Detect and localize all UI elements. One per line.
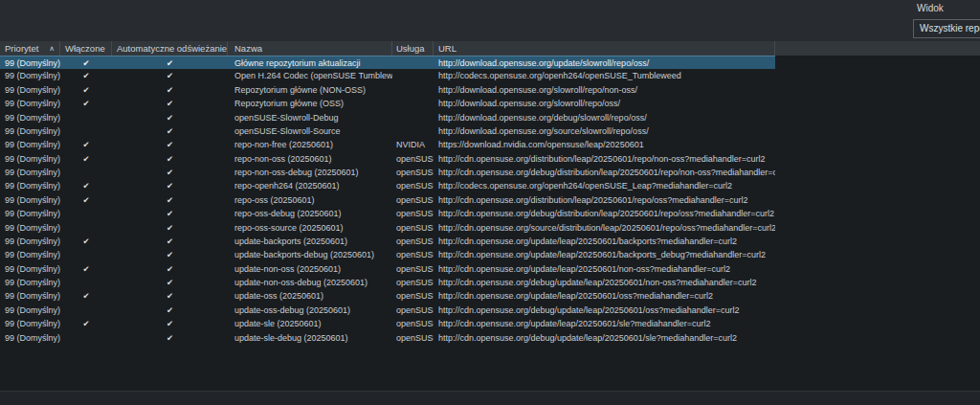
autorefresh-check-cell[interactable]: ✔ <box>112 83 228 97</box>
priority-cell: 99 (Domyślny) <box>0 138 60 151</box>
autorefresh-check-cell[interactable]: ✔ <box>112 166 228 179</box>
table-row[interactable]: 99 (Domyślny) ✔ repo-oss-source (2025060… <box>0 221 775 235</box>
priority-cell: 99 (Domyślny) <box>0 97 60 110</box>
enabled-check-cell[interactable] <box>60 124 112 138</box>
enabled-check-cell[interactable] <box>60 111 112 124</box>
service-cell <box>392 69 434 82</box>
enabled-check-cell[interactable]: ✔ <box>60 317 112 330</box>
table-row[interactable]: 99 (Domyślny) ✔ update-backports-debug (… <box>0 248 775 261</box>
autorefresh-check-cell[interactable]: ✔ <box>112 262 228 276</box>
column-header-service[interactable]: Usługa <box>392 41 434 56</box>
name-cell: repo-oss (20250601) <box>228 193 392 207</box>
service-cell <box>392 83 434 97</box>
enabled-check-cell[interactable] <box>60 166 112 179</box>
column-header-enabled[interactable]: Włączone <box>60 41 112 56</box>
service-cell: openSUSE <box>392 193 434 207</box>
autorefresh-check-cell[interactable]: ✔ <box>112 124 228 138</box>
autorefresh-check-cell[interactable]: ✔ <box>112 138 228 151</box>
autorefresh-check-cell[interactable]: ✔ <box>112 97 228 110</box>
table-row[interactable]: 99 (Domyślny) ✔ ✔ repo-non-oss (20250601… <box>0 152 775 166</box>
priority-cell: 99 (Domyślny) <box>0 56 60 69</box>
enabled-check-cell[interactable]: ✔ <box>60 69 112 82</box>
enabled-check-cell[interactable]: ✔ <box>60 83 112 97</box>
autorefresh-check-cell[interactable]: ✔ <box>112 69 228 82</box>
autorefresh-check-cell[interactable]: ✔ <box>112 179 228 192</box>
autorefresh-check-cell[interactable]: ✔ <box>112 317 228 330</box>
table-row[interactable]: 99 (Domyślny) ✔ openSUSE-Slowroll-Source… <box>0 124 775 138</box>
enabled-check-cell[interactable] <box>60 221 112 235</box>
table-row[interactable]: 99 (Domyślny) ✔ repo-non-oss-debug (2025… <box>0 166 775 179</box>
column-header-url[interactable]: URL <box>434 41 775 56</box>
url-cell: http://download.opensuse.org/slowroll/re… <box>434 83 775 97</box>
enabled-check-cell[interactable]: ✔ <box>60 262 112 276</box>
enabled-check-cell[interactable] <box>60 207 112 220</box>
table-row[interactable]: 99 (Domyślny) ✔ update-oss-debug (202506… <box>0 304 775 317</box>
autorefresh-check-cell[interactable]: ✔ <box>112 221 228 235</box>
table-row[interactable]: 99 (Domyślny) ✔ ✔ Główne repozytorium ak… <box>0 56 775 69</box>
priority-cell: 99 (Domyślny) <box>0 248 60 261</box>
enabled-check-cell[interactable]: ✔ <box>60 179 112 192</box>
url-cell: https://download.nvidia.com/opensuse/lea… <box>434 138 775 151</box>
priority-cell: 99 (Domyślny) <box>0 83 60 97</box>
url-cell: http://cdn.opensuse.org/distribution/lea… <box>434 152 775 166</box>
column-header-autorefresh[interactable]: Automatyczne odświeżanie <box>112 41 228 56</box>
enabled-check-cell[interactable] <box>60 304 112 317</box>
autorefresh-check-cell[interactable]: ✔ <box>112 193 228 207</box>
autorefresh-check-cell[interactable]: ✔ <box>112 111 228 124</box>
priority-cell: 99 (Domyślny) <box>0 179 60 192</box>
enabled-check-cell[interactable] <box>60 331 112 345</box>
table-row[interactable]: 99 (Domyślny) ✔ repo-oss-debug (20250601… <box>0 207 775 220</box>
table-row[interactable]: 99 (Domyślny) ✔ ✔ update-backports (2025… <box>0 235 775 248</box>
service-cell: openSUSE <box>392 289 434 303</box>
priority-cell: 99 (Domyślny) <box>0 317 60 330</box>
autorefresh-check-cell[interactable]: ✔ <box>112 56 228 69</box>
column-header-priority-label: Priorytet <box>5 43 38 54</box>
url-cell: http://cdn.opensuse.org/debug/distributi… <box>434 166 775 179</box>
enabled-check-cell[interactable]: ✔ <box>60 97 112 110</box>
url-cell: http://download.opensuse.org/source/slow… <box>434 124 775 138</box>
enabled-check-cell[interactable]: ✔ <box>60 138 112 151</box>
url-cell: http://cdn.opensuse.org/distribution/lea… <box>434 193 775 207</box>
enabled-check-cell[interactable] <box>60 276 112 289</box>
enabled-check-cell[interactable]: ✔ <box>60 56 112 69</box>
enabled-check-cell[interactable]: ✔ <box>60 235 112 248</box>
view-label: Widok <box>917 3 944 13</box>
autorefresh-check-cell[interactable]: ✔ <box>112 289 228 303</box>
table-row[interactable]: 99 (Domyślny) ✔ ✔ update-oss (20250601) … <box>0 289 775 303</box>
table-row[interactable]: 99 (Domyślny) ✔ ✔ Repozytorium główne (O… <box>0 97 775 110</box>
autorefresh-check-cell[interactable]: ✔ <box>112 248 228 261</box>
table-row[interactable]: 99 (Domyślny) ✔ ✔ Repozytorium główne (N… <box>0 83 775 97</box>
autorefresh-check-cell[interactable]: ✔ <box>112 304 228 317</box>
column-header-name[interactable]: Nazwa <box>228 41 392 56</box>
url-cell: http://cdn.opensuse.org/update/leap/2025… <box>434 248 775 261</box>
table-row[interactable]: 99 (Domyślny) ✔ openSUSE-Slowroll-Debug … <box>0 111 775 124</box>
enabled-check-cell[interactable]: ✔ <box>60 193 112 207</box>
table-row[interactable]: 99 (Domyślny) ✔ ✔ repo-oss (20250601) op… <box>0 193 775 207</box>
autorefresh-check-cell[interactable]: ✔ <box>112 235 228 248</box>
table-row[interactable]: 99 (Domyślny) ✔ ✔ repo-openh264 (2025060… <box>0 179 775 192</box>
enabled-check-cell[interactable]: ✔ <box>60 289 112 303</box>
table-row[interactable]: 99 (Domyślny) ✔ ✔ Open H.264 Codec (open… <box>0 69 775 82</box>
column-header-priority[interactable]: Priorytet ∧ <box>0 41 60 56</box>
priority-cell: 99 (Domyślny) <box>0 262 60 276</box>
autorefresh-check-cell[interactable]: ✔ <box>112 331 228 345</box>
table-row[interactable]: 99 (Domyślny) ✔ ✔ repo-non-free (2025060… <box>0 138 775 151</box>
autorefresh-check-cell[interactable]: ✔ <box>112 276 228 289</box>
autorefresh-check-cell[interactable]: ✔ <box>112 207 228 220</box>
table-row[interactable]: 99 (Domyślny) ✔ ✔ update-non-oss (202506… <box>0 262 775 276</box>
url-cell: http://cdn.opensuse.org/debug/distributi… <box>434 207 775 220</box>
service-cell: openSUSE <box>392 248 434 261</box>
table-row[interactable]: 99 (Domyślny) ✔ update-sle-debug (202506… <box>0 331 775 345</box>
name-cell: Repozytorium główne (OSS) <box>228 97 392 110</box>
table-row[interactable]: 99 (Domyślny) ✔ ✔ update-sle (20250601) … <box>0 317 775 330</box>
service-cell: openSUSE <box>392 152 434 166</box>
view-filter-dropdown[interactable]: Wszystkie repozytoria <box>913 19 980 38</box>
autorefresh-check-cell[interactable]: ✔ <box>112 152 228 166</box>
table-row[interactable]: 99 (Domyślny) ✔ update-non-oss-debug (20… <box>0 276 775 289</box>
service-cell: openSUSE <box>392 317 434 330</box>
name-cell: Repozytorium główne (NON-OSS) <box>228 83 392 97</box>
enabled-check-cell[interactable]: ✔ <box>60 152 112 166</box>
enabled-check-cell[interactable] <box>60 248 112 261</box>
repository-manager-window: Widok Wszystkie repozytoria Priorytet ∧ … <box>0 0 980 405</box>
name-cell: repo-oss-debug (20250601) <box>228 207 392 220</box>
